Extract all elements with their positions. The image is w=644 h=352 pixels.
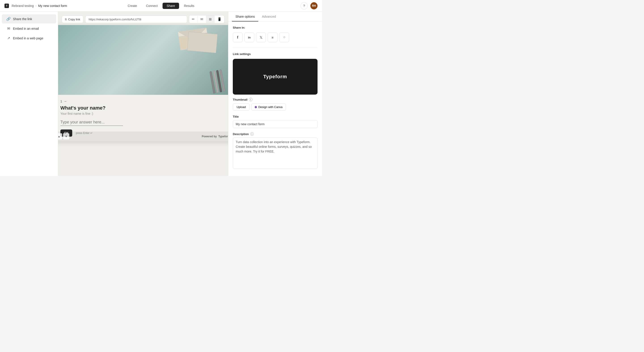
breadcrumb: Rebrand testing › My new contact form <box>12 4 67 8</box>
nav-down-arrow[interactable]: ▼ <box>63 133 69 140</box>
title-field-label: Title <box>233 115 318 118</box>
sidebar-item-embed-email-label: Embed in an email <box>13 27 39 30</box>
tab-create[interactable]: Create <box>124 3 141 9</box>
title-input[interactable] <box>233 120 318 128</box>
buffer-share-button[interactable]: ≡ <box>268 32 278 42</box>
description-field-label: Description i <box>233 132 318 136</box>
powered-by-brand: Typeform <box>218 135 228 138</box>
brand-name: Rebrand testing <box>12 4 34 8</box>
upload-thumbnail-button[interactable]: Upload <box>233 104 250 110</box>
help-button[interactable]: ? <box>300 2 308 10</box>
top-nav: T Rebrand testing › My new contact form … <box>0 0 322 12</box>
url-input[interactable] <box>85 16 187 23</box>
sidebar-item-embed-email[interactable]: ✉ Embed in an email <box>2 24 56 33</box>
edit-view-button[interactable]: ✏ <box>189 16 198 23</box>
form-preview: 1 → What's your name? Your first name is… <box>58 25 228 141</box>
link-settings-label: Link settings <box>233 52 318 56</box>
embed-web-icon: ↗ <box>6 36 11 40</box>
avatar[interactable]: RH <box>310 2 318 10</box>
right-panel-tabs: Share options Advanced <box>228 12 322 22</box>
mobile-view-button[interactable]: 📱 <box>215 16 224 23</box>
preview-form-area: 1 → What's your name? Your first name is… <box>58 95 228 141</box>
nav-logo[interactable]: T <box>4 4 9 8</box>
facebook-share-button[interactable]: f <box>233 32 242 42</box>
panel-tab-advanced[interactable]: Advanced <box>258 12 279 22</box>
powered-by: Powered by Typeform <box>202 135 228 138</box>
thumbnail-info-icon[interactable]: i <box>249 98 252 101</box>
preview-footer: ▲ ▼ Powered by Typeform <box>58 132 228 141</box>
view-toggle-buttons: ✏ ✉ ⊞ 📱 <box>189 15 224 23</box>
app-logo-icon: T <box>4 4 9 8</box>
right-panel: Share options Advanced Share in: f in 𝕏 … <box>228 12 322 176</box>
thumbnail-actions: Upload Design with Canva <box>233 104 318 110</box>
canva-icon <box>255 106 257 108</box>
copy-link-button[interactable]: ⎘ Copy link <box>62 16 84 23</box>
tab-connect[interactable]: Connect <box>142 3 162 9</box>
nav-up-arrow[interactable]: ▲ <box>58 133 62 140</box>
right-panel-body: Share in: f in 𝕏 ≡ ⁘ Link settings Typef… <box>228 22 322 176</box>
description-textarea[interactable]: Turn data collection into an experience … <box>233 138 318 169</box>
sidebar-item-share-link[interactable]: 🔗 Share the link <box>2 14 56 24</box>
twitter-share-button[interactable]: 𝕏 <box>256 32 266 42</box>
answer-input[interactable] <box>60 119 123 126</box>
main-layout: 🔗 Share the link ✉ Embed in an email ↗ E… <box>0 12 322 176</box>
desktop-view-button[interactable]: ⊞ <box>206 16 215 23</box>
linkedin-share-button[interactable]: in <box>244 32 254 42</box>
nav-tabs: Create Connect Share Results <box>124 3 198 9</box>
sidebar-item-share-link-label: Share the link <box>13 17 32 21</box>
share-in-label: Share in: <box>233 26 318 29</box>
question-text: What's your name? <box>60 105 226 111</box>
url-bar: ⎘ Copy link ✏ ✉ ⊞ 📱 <box>62 15 224 23</box>
breadcrumb-form-name: My new contact form <box>38 4 67 8</box>
sidebar-item-embed-web[interactable]: ↗ Embed in a web page <box>2 34 56 43</box>
design-canva-button[interactable]: Design with Canva <box>251 104 286 110</box>
share-link-icon: 🔗 <box>6 17 11 21</box>
thumbnail-brand-text: Typeform <box>263 74 287 80</box>
email-view-button[interactable]: ✉ <box>198 16 206 23</box>
copy-link-icon: ⎘ <box>65 18 67 21</box>
tab-results[interactable]: Results <box>180 3 198 9</box>
navigation-arrows: ▲ ▼ <box>58 133 69 140</box>
preview-image-area <box>58 25 228 95</box>
main-preview-area: ⎘ Copy link ✏ ✉ ⊞ 📱 <box>58 12 228 176</box>
panel-tab-share-options[interactable]: Share options <box>232 12 258 22</box>
thumbnail-preview: Typeform <box>233 59 318 94</box>
social-icons: f in 𝕏 ≡ ⁘ <box>233 32 318 42</box>
sidebar: 🔗 Share the link ✉ Embed in an email ↗ E… <box>0 12 58 176</box>
more-share-button[interactable]: ⁘ <box>279 32 289 42</box>
question-hint: Your first name is fine :) <box>60 112 226 116</box>
description-info-icon[interactable]: i <box>250 132 254 136</box>
link-settings-section: Link settings Typeform Thumbnail i Uploa… <box>233 52 318 170</box>
embed-email-icon: ✉ <box>6 26 11 31</box>
nav-right: ? RH <box>300 2 318 10</box>
preview-image-placeholder <box>58 25 228 95</box>
question-number: 1 → <box>60 99 226 103</box>
sidebar-item-embed-web-label: Embed in a web page <box>13 36 43 40</box>
copy-link-label: Copy link <box>68 18 80 21</box>
tab-share[interactable]: Share <box>162 3 179 9</box>
thumbnail-label-text: Thumbnail <box>233 98 248 101</box>
breadcrumb-chevron: › <box>36 4 36 8</box>
thumbnail-label: Thumbnail i <box>233 98 318 101</box>
